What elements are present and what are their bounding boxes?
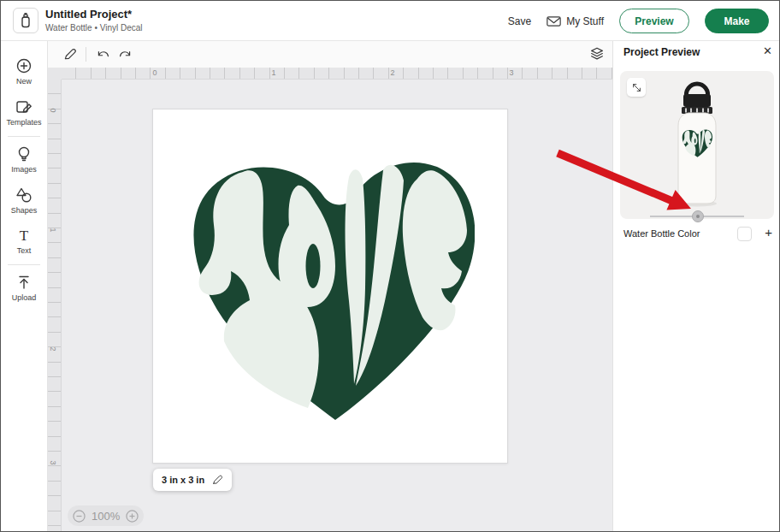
zoom-control: 100% <box>68 505 144 526</box>
plus-circle-icon <box>15 57 32 74</box>
sidebar-item-images[interactable]: Images <box>1 139 48 180</box>
sidebar-divider <box>8 136 40 137</box>
zoom-in-button[interactable] <box>126 510 139 523</box>
plus-circle-icon <box>126 510 139 523</box>
design-canvas: 0 1 2 3 0 1 2 3 3 in x 3 in <box>48 41 612 532</box>
ruler-tick-label: 1 <box>271 68 275 77</box>
lightbulb-icon <box>15 145 32 163</box>
text-glyph-icon: T <box>20 228 28 244</box>
layers-button[interactable] <box>587 44 607 64</box>
zoom-out-button[interactable] <box>73 510 86 523</box>
redo-button[interactable] <box>115 44 135 64</box>
my-stuff-button[interactable]: My Stuff <box>547 15 604 27</box>
upload-icon <box>15 274 32 291</box>
top-header: Untitled Project* Water Bottle • Vinyl D… <box>1 1 780 41</box>
minus-circle-icon <box>73 510 86 523</box>
preview-card <box>620 71 774 219</box>
water-bottle-color-row: Water Bottle Color + <box>620 226 774 243</box>
ruler-corner <box>48 68 62 80</box>
sidebar-item-templates[interactable]: Templates <box>1 92 48 133</box>
sidebar-item-new[interactable]: New <box>1 51 48 92</box>
redo-icon <box>118 48 133 61</box>
slider-handle[interactable] <box>692 210 704 222</box>
left-toolbar: New Templates Images Shapes <box>1 41 48 532</box>
project-subtitle: Water Bottle • Vinyl Decal <box>45 23 143 33</box>
edit-pencil-button[interactable] <box>59 44 80 64</box>
zoom-level: 100% <box>92 510 120 523</box>
save-button[interactable]: Save <box>508 15 531 27</box>
panel-title: Project Preview <box>623 46 700 58</box>
project-type-button[interactable] <box>13 8 38 33</box>
app-window: Untitled Project* Water Bottle • Vinyl D… <box>0 0 780 532</box>
ruler-tick-label: 1 <box>49 228 57 232</box>
color-section-label: Water Bottle Color <box>623 228 700 239</box>
layers-icon <box>589 46 605 62</box>
ruler-tick-label: 0 <box>49 108 57 112</box>
canvas-toolbar <box>48 41 612 68</box>
ruler-tick-label: 3 <box>49 460 57 464</box>
project-preview-panel: Project Preview ✕ <box>612 41 780 532</box>
close-icon[interactable]: ✕ <box>763 44 772 57</box>
preview-rotation-slider[interactable] <box>650 210 744 222</box>
add-color-button[interactable]: + <box>765 225 772 239</box>
pencil-icon <box>211 474 223 486</box>
shapes-icon <box>15 186 32 204</box>
size-label: 3 in x 3 in <box>162 475 204 485</box>
undo-icon <box>96 48 110 61</box>
sidebar-item-upload[interactable]: Upload <box>1 268 48 309</box>
sidebar-item-shapes[interactable]: Shapes <box>1 180 48 222</box>
project-title: Untitled Project* <box>45 8 132 21</box>
expand-icon <box>631 82 642 93</box>
artboard[interactable] <box>152 109 508 464</box>
size-badge[interactable]: 3 in x 3 in <box>153 469 232 491</box>
ruler-tick-label: 3 <box>509 68 513 77</box>
make-button[interactable]: Make <box>705 9 769 33</box>
toolbar-divider <box>86 47 86 62</box>
water-bottle-mockup <box>670 74 724 208</box>
ruler-tick-label: 2 <box>49 346 57 351</box>
ruler-tick-label: 0 <box>152 68 157 77</box>
expand-button[interactable] <box>627 78 646 97</box>
undo-button[interactable] <box>92 44 113 64</box>
preview-button[interactable]: Preview <box>619 9 689 33</box>
envelope-icon <box>547 15 561 27</box>
sidebar-divider <box>8 264 40 265</box>
ruler-tick-label: 2 <box>390 68 394 77</box>
sidebar-item-text[interactable]: T Text <box>1 222 48 262</box>
love-heart-design[interactable] <box>188 160 475 420</box>
horizontal-ruler: 0 1 2 3 <box>62 68 612 80</box>
pencil-icon <box>62 47 77 62</box>
color-swatch-white[interactable] <box>737 227 752 241</box>
vertical-ruler: 0 1 2 3 <box>48 80 62 532</box>
templates-icon <box>15 98 32 115</box>
water-bottle-icon <box>19 13 32 28</box>
